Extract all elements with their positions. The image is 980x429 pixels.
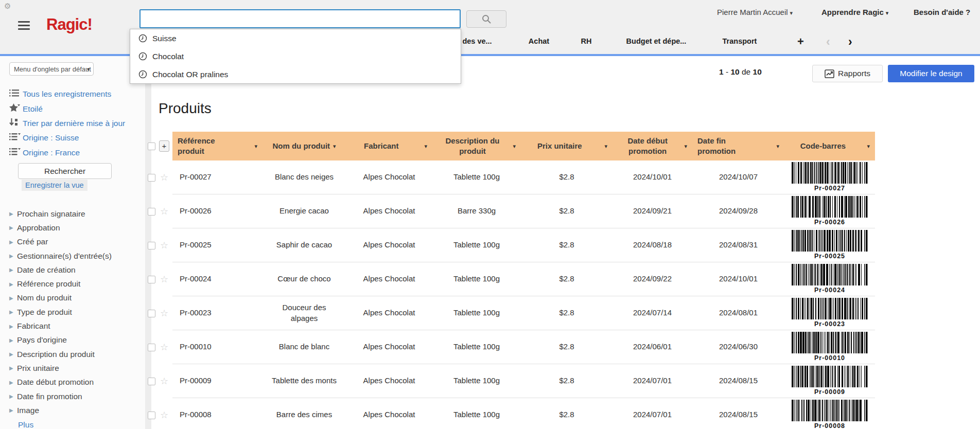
sidebar-filter-item[interactable]: ▶Prix unitaire — [0, 361, 145, 375]
star-icon[interactable]: ☆ — [160, 240, 168, 251]
table-row[interactable]: ☆Pr-00009Tablette des montsAlpes Chocola… — [147, 364, 875, 398]
cell-promo_start: 2024/10/01 — [612, 160, 692, 194]
filter-list-icon — [9, 133, 23, 143]
sidebar-filter-item[interactable]: ▶Date début promotion — [0, 376, 145, 389]
cell-barcode: Pr-00027 — [784, 160, 875, 194]
sidebar-view-trier-par-derni-re-mise-jour[interactable]: Trier par dernière mise à jour — [0, 116, 145, 131]
cell-name: Saphir de cacao — [262, 228, 346, 262]
table-row[interactable]: ☆Pr-00025Saphir de cacaoAlpes ChocolatTa… — [147, 228, 875, 262]
sidebar-view-tous-les-enregistrements[interactable]: Tous les enregistrements — [0, 87, 145, 101]
table-row[interactable]: ☆Pr-00023Douceur des alpagesAlpes Chocol… — [147, 296, 875, 330]
sidebar-view-origine-suisse[interactable]: Origine : Suisse — [0, 131, 145, 145]
cell-ref: Pr-00008 — [172, 398, 262, 429]
column-header[interactable]: Description du produit▾ — [432, 132, 521, 160]
column-header[interactable]: Prix unitaire▾ — [521, 132, 612, 160]
search-suggestion-item[interactable]: Chocolat OR pralines — [130, 65, 461, 83]
module-tab[interactable]: Achat — [529, 37, 549, 45]
cell-price: $2.8 — [521, 160, 612, 194]
cell-promo_start: 2024/07/01 — [612, 398, 692, 429]
module-tab[interactable]: Transport — [723, 37, 757, 45]
star-icon[interactable]: ☆ — [160, 274, 168, 285]
sidebar-filter-item[interactable]: ▶Gestionnaire(s) d'entrée(s) — [0, 249, 145, 263]
tabs-scroll-left-icon[interactable]: ‹ — [826, 35, 830, 49]
barcode-image — [792, 264, 868, 285]
clock-icon — [138, 70, 147, 79]
tab-menu-select[interactable]: Menu d'onglets par défaut ▾ — [9, 62, 94, 76]
sidebar-filter-item[interactable]: ▶Référence produit — [0, 277, 145, 291]
save-view-link[interactable]: Enregistrer la vue — [22, 180, 87, 191]
table-row[interactable]: ☆Pr-00027Blanc des neigesAlpes ChocolatT… — [147, 160, 875, 194]
sidebar-filter-item[interactable]: ▶Type de produit — [0, 305, 145, 319]
search-button[interactable] — [466, 10, 506, 28]
select-all-checkbox[interactable] — [148, 142, 155, 150]
row-checkbox[interactable] — [148, 276, 155, 283]
sidebar-filter-item[interactable]: ▶Fabricant — [0, 319, 145, 333]
table-row[interactable]: ☆Pr-00026Energie cacaoAlpes ChocolatBarr… — [147, 194, 875, 228]
sidebar-filter-item[interactable]: ▶Créé par — [0, 235, 145, 249]
hamburger-menu-icon[interactable] — [18, 21, 30, 30]
table-row[interactable]: ☆Pr-00008Barre des cimesAlpes ChocolatTa… — [147, 398, 875, 429]
row-checkbox[interactable] — [148, 242, 155, 249]
column-header[interactable]: Fabricant▾ — [346, 132, 432, 160]
column-header[interactable]: Date début promotion▾ — [612, 132, 692, 160]
gear-icon[interactable]: ⚙ — [4, 2, 11, 11]
sidebar-search-button[interactable]: Rechercher — [18, 163, 112, 179]
cell-description: Tablette 100g — [432, 228, 521, 262]
sidebar-filter-item[interactable]: ▶Description du produit — [0, 347, 145, 361]
sidebar-filter-item[interactable]: ▶Image — [0, 403, 145, 417]
more-filters-link[interactable]: Plus — [18, 420, 33, 429]
module-tab[interactable]: RH — [581, 37, 592, 45]
sidebar-view-origine-france[interactable]: Origine : France — [0, 146, 145, 160]
search-input[interactable] — [139, 9, 461, 28]
chevron-right-icon: ▶ — [9, 211, 17, 217]
learn-ragic-menu[interactable]: Apprendre Ragic▾ — [821, 8, 888, 16]
reports-button[interactable]: Rapports — [812, 65, 883, 82]
row-checkbox[interactable] — [148, 344, 155, 351]
search-suggestion-item[interactable]: Chocolat — [130, 47, 461, 65]
sidebar-filter-item[interactable]: ▶Date fin promotion — [0, 389, 145, 403]
search-suggestion-item[interactable]: Suisse — [130, 29, 461, 47]
cell-description: Tablette 100g — [432, 330, 521, 364]
sort-caret-icon: ▾ — [254, 142, 257, 150]
cell-name: Energie cacao — [262, 194, 346, 228]
modify-design-button[interactable]: Modifier le design — [888, 65, 974, 82]
star-icon[interactable]: ☆ — [160, 206, 168, 217]
sidebar-filter-item[interactable]: ▶Prochain signataire — [0, 207, 145, 221]
row-checkbox[interactable] — [148, 412, 155, 419]
add-tab-button[interactable]: + — [797, 35, 804, 48]
sort-caret-icon: ▾ — [867, 142, 870, 150]
sort-caret-icon: ▾ — [333, 142, 336, 150]
user-account-menu[interactable]: Pierre Martin Accueil▾ — [717, 8, 793, 16]
row-checkbox[interactable] — [148, 378, 155, 385]
sidebar-view-etoil-[interactable]: Etoilé — [0, 101, 145, 116]
module-tab[interactable]: Budget et dépe... — [626, 37, 687, 45]
table-row[interactable]: ☆Pr-00024Cœur de chocoAlpes ChocolatTabl… — [147, 262, 875, 296]
row-checkbox[interactable] — [148, 208, 155, 216]
column-header[interactable]: Référence produit▾ — [172, 132, 262, 160]
cell-manufacturer: Alpes Chocolat — [346, 398, 432, 429]
star-icon[interactable]: ☆ — [160, 172, 168, 183]
sidebar-filter-item[interactable]: ▶Pays d'origine — [0, 333, 145, 347]
star-icon[interactable]: ☆ — [160, 308, 168, 319]
products-table: + Référence produit▾Nom du produit▾Fabri… — [147, 132, 875, 429]
row-checkbox[interactable] — [148, 310, 155, 317]
cell-barcode: Pr-00009 — [784, 364, 875, 398]
cell-barcode: Pr-00024 — [784, 262, 875, 296]
row-checkbox[interactable] — [148, 174, 155, 182]
module-tab[interactable]: des ve... — [462, 37, 492, 45]
barcode-image — [792, 366, 868, 387]
star-icon[interactable]: ☆ — [160, 409, 168, 421]
sidebar-filter-item[interactable]: ▶Nom du produit — [0, 291, 145, 305]
column-header[interactable]: Code-barres▾ — [784, 132, 875, 160]
sidebar-filter-item[interactable]: ▶Date de création — [0, 263, 145, 277]
chevron-right-icon: ▶ — [9, 351, 17, 357]
column-header[interactable]: Date fin promotion▾ — [692, 132, 784, 160]
sidebar-filter-item[interactable]: ▶Approbation — [0, 221, 145, 235]
star-icon[interactable]: ☆ — [160, 376, 168, 387]
column-header[interactable]: Nom du produit▾ — [262, 132, 346, 160]
star-icon[interactable]: ☆ — [160, 342, 168, 353]
tabs-scroll-right-icon[interactable]: › — [848, 35, 852, 49]
help-link[interactable]: Besoin d'aide ? — [914, 8, 970, 16]
add-record-button[interactable]: + — [159, 140, 169, 152]
table-row[interactable]: ☆Pr-00010Blanc de blancAlpes ChocolatTab… — [147, 330, 875, 364]
